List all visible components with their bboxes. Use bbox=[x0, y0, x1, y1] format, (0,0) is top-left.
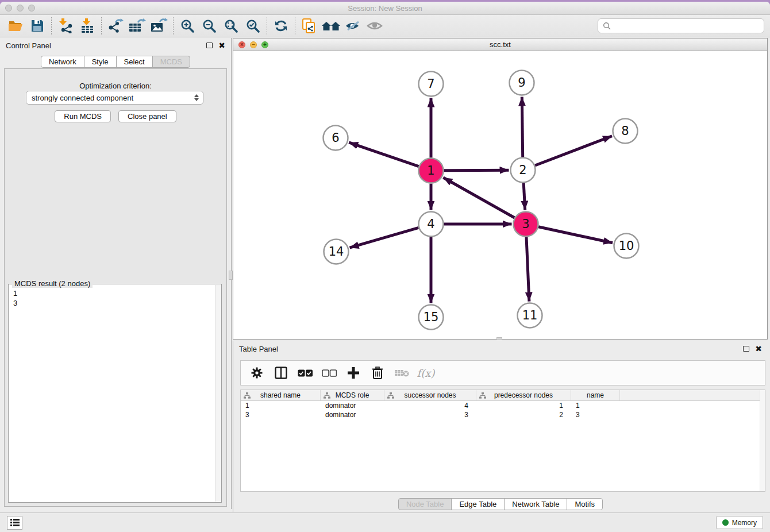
houses-icon bbox=[321, 20, 341, 32]
cell-name[interactable]: 1 bbox=[571, 402, 620, 410]
function-builder-button[interactable]: f(x) bbox=[418, 365, 434, 381]
close-panel-button[interactable]: Close panel bbox=[118, 110, 176, 122]
cell-predecessor-nodes[interactable]: 2 bbox=[476, 411, 571, 419]
tab-style[interactable]: Style bbox=[84, 56, 117, 68]
dropdown-stepper-icon bbox=[194, 94, 201, 101]
network-window-title: scc.txt bbox=[233, 40, 767, 49]
import-network-button[interactable] bbox=[56, 17, 75, 35]
delete-column-button[interactable] bbox=[369, 365, 386, 381]
network-canvas[interactable]: 7968124314101511 bbox=[233, 51, 767, 339]
tab-motifs[interactable]: Motifs bbox=[567, 498, 603, 510]
cell-name[interactable]: 3 bbox=[571, 411, 620, 419]
tab-edge-table[interactable]: Edge Table bbox=[451, 498, 505, 510]
cell-shared-name[interactable]: 1 bbox=[241, 402, 321, 410]
tab-select[interactable]: Select bbox=[116, 56, 153, 68]
tab-network-table[interactable]: Network Table bbox=[504, 498, 567, 510]
optimization-criterion-dropdown[interactable]: strongly connected component bbox=[26, 91, 203, 105]
node-table[interactable]: shared name MCDS role successor nodes pr… bbox=[240, 390, 765, 492]
control-panel-title: Control Panel bbox=[6, 41, 51, 50]
show-columns-button[interactable] bbox=[273, 365, 289, 381]
cell-successor-nodes[interactable]: 4 bbox=[384, 402, 476, 410]
memory-status-icon bbox=[722, 519, 729, 526]
table-panel: Table Panel ✖ bbox=[233, 341, 768, 512]
close-panel-icon[interactable]: ✖ bbox=[755, 345, 762, 353]
column-header-predecessor-nodes[interactable]: predecessor nodes bbox=[476, 390, 571, 400]
graph-edge-2-3[interactable] bbox=[523, 183, 525, 210]
refresh-icon bbox=[274, 19, 288, 33]
graph-edge-1-6[interactable] bbox=[349, 142, 419, 167]
table-row[interactable]: 3 dominator 3 2 3 bbox=[241, 410, 765, 419]
graph-edge-1-2[interactable] bbox=[444, 170, 509, 171]
hide-selected-button[interactable] bbox=[343, 17, 363, 35]
zoom-in-icon bbox=[180, 19, 195, 33]
main-toolbar bbox=[0, 15, 770, 37]
control-panel: Control Panel ✖ Network Style Select MCD… bbox=[0, 38, 232, 509]
memory-button[interactable]: Memory bbox=[716, 516, 763, 529]
zoom-out-button[interactable] bbox=[199, 17, 219, 35]
network-window-titlebar: × – + scc.txt bbox=[233, 38, 767, 51]
add-column-button[interactable] bbox=[345, 365, 361, 381]
table-settings-button[interactable] bbox=[249, 365, 265, 381]
gear-icon bbox=[251, 367, 263, 379]
zoom-in-button[interactable] bbox=[178, 17, 197, 35]
search-input[interactable] bbox=[614, 22, 759, 30]
table-toolbar: f(x) bbox=[240, 360, 765, 385]
panel-splitter-handle[interactable] bbox=[229, 271, 233, 280]
refresh-view-button[interactable] bbox=[271, 17, 291, 35]
tab-mcds[interactable]: MCDS bbox=[152, 56, 190, 68]
cell-mcds-role[interactable]: dominator bbox=[321, 411, 384, 419]
graph-node-label-6: 6 bbox=[332, 131, 339, 145]
export-image-button[interactable] bbox=[149, 17, 169, 35]
eye-slash-icon bbox=[345, 20, 361, 32]
search-field[interactable] bbox=[598, 18, 764, 33]
column-header-successor-nodes[interactable]: successor nodes bbox=[384, 390, 476, 400]
eye-icon bbox=[367, 20, 383, 32]
float-panel-icon[interactable] bbox=[206, 43, 213, 48]
show-all-networks-button[interactable] bbox=[321, 17, 341, 35]
close-panel-icon[interactable]: ✖ bbox=[218, 41, 225, 49]
export-table-button[interactable] bbox=[128, 17, 147, 35]
table-row[interactable]: 1 dominator 4 1 1 bbox=[241, 401, 765, 410]
tab-node-table[interactable]: Node Table bbox=[398, 498, 452, 510]
table-scrollbar[interactable] bbox=[760, 390, 765, 491]
cell-shared-name[interactable]: 3 bbox=[241, 411, 321, 419]
graph-node-label-15: 15 bbox=[424, 310, 439, 324]
save-icon bbox=[31, 20, 44, 32]
tab-network[interactable]: Network bbox=[41, 56, 84, 68]
task-history-button[interactable] bbox=[7, 516, 22, 530]
first-neighbors-button[interactable] bbox=[299, 17, 319, 35]
import-table-button[interactable] bbox=[78, 17, 97, 35]
zoom-fit-button[interactable] bbox=[221, 17, 241, 35]
result-scrollbar[interactable] bbox=[215, 285, 221, 502]
graph-node-label-14: 14 bbox=[329, 245, 344, 259]
table-panel-title: Table Panel bbox=[239, 345, 278, 353]
graph-edge-3-10[interactable] bbox=[538, 227, 613, 243]
export-network-button[interactable] bbox=[106, 17, 125, 35]
column-header-shared-name[interactable]: shared name bbox=[241, 390, 321, 400]
graph-edge-3-1[interactable] bbox=[443, 178, 514, 218]
delete-table-button[interactable] bbox=[394, 365, 410, 381]
show-hidden-button[interactable] bbox=[365, 17, 384, 35]
graph-node-label-10: 10 bbox=[619, 239, 634, 253]
save-session-button[interactable] bbox=[28, 17, 47, 35]
cell-successor-nodes[interactable]: 3 bbox=[384, 411, 476, 419]
column-header-name[interactable]: name bbox=[571, 390, 620, 400]
graph-edge-2-8[interactable] bbox=[535, 136, 612, 165]
zoom-selected-button[interactable] bbox=[243, 17, 263, 35]
graph-edge-4-14[interactable] bbox=[350, 228, 419, 248]
network-graph[interactable]: 7968124314101511 bbox=[233, 51, 767, 339]
float-panel-icon[interactable] bbox=[743, 346, 749, 352]
column-header-mcds-role[interactable]: MCDS role bbox=[321, 390, 384, 400]
table-splitter-handle[interactable] bbox=[496, 337, 502, 340]
select-all-button[interactable] bbox=[297, 365, 313, 381]
graph-edge-3-11[interactable] bbox=[526, 237, 529, 301]
deselect-all-button[interactable] bbox=[321, 365, 337, 381]
mcds-result-text[interactable]: 1 3 bbox=[13, 289, 214, 501]
graph-edge-2-9[interactable] bbox=[522, 97, 522, 157]
cell-mcds-role[interactable]: dominator bbox=[321, 402, 384, 410]
status-bar: Memory bbox=[0, 512, 770, 532]
mcds-result-box: MCDS result (2 nodes) 1 3 bbox=[8, 284, 222, 503]
open-file-button[interactable] bbox=[6, 17, 25, 35]
cell-predecessor-nodes[interactable]: 1 bbox=[476, 402, 571, 410]
run-mcds-button[interactable]: Run MCDS bbox=[55, 110, 111, 122]
